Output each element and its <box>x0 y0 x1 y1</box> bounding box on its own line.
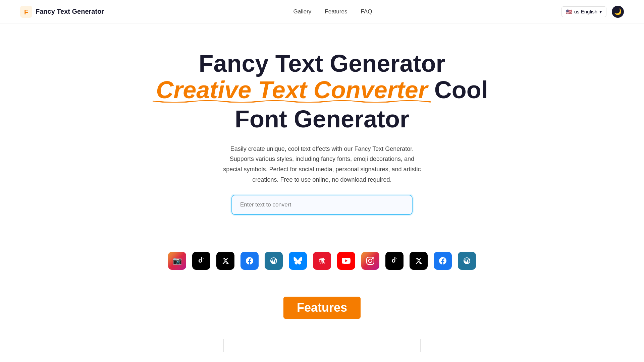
weibo-text-icon: 微 <box>319 257 325 265</box>
social-icon-twitter-1[interactable] <box>216 252 234 270</box>
tiktok-logo-icon <box>197 256 206 265</box>
svg-text:F: F <box>24 8 28 16</box>
main-nav: Gallery Features FAQ <box>293 8 372 15</box>
social-icon-facebook-2[interactable] <box>434 252 452 270</box>
features-grid <box>0 329 644 352</box>
social-icon-instagram-partial[interactable]: 📷 <box>168 252 186 270</box>
social-icons-strip: 📷 微 <box>0 245 644 277</box>
social-icon-facebook-1[interactable] <box>240 252 259 270</box>
navbar-right: 🇺🇸 us English ▾ 🌙 <box>561 6 624 18</box>
features-badge: Features <box>283 297 361 319</box>
feature-col-1 <box>27 339 224 352</box>
bluesky-logo-icon <box>293 256 302 265</box>
hero-section: Fancy Text Generator Creative Text Conve… <box>121 23 523 245</box>
brand-link[interactable]: F Fancy Text Generator <box>20 6 104 18</box>
x-logo-icon <box>222 257 229 264</box>
hero-title-cool: Cool <box>434 77 488 103</box>
lang-label: us English <box>574 9 597 14</box>
hero-title-line1: Fancy Text Generator <box>127 50 517 77</box>
nav-link-features[interactable]: Features <box>325 8 347 15</box>
social-icon-twitter-2[interactable] <box>410 252 428 270</box>
facebook-logo-icon-2 <box>439 257 446 264</box>
social-icon-weibo[interactable]: 微 <box>313 252 331 270</box>
social-icon-youtube[interactable] <box>337 252 355 270</box>
social-icon-wordpress-2[interactable] <box>458 252 476 270</box>
nav-item-features[interactable]: Features <box>325 8 347 15</box>
moon-icon: 🌙 <box>614 8 622 15</box>
social-icon-instagram-2[interactable] <box>361 252 379 270</box>
feature-col-3 <box>421 339 617 352</box>
text-input-wrapper <box>231 195 413 215</box>
social-icon-tiktok-1[interactable] <box>192 252 210 270</box>
dark-mode-toggle[interactable]: 🌙 <box>612 6 624 18</box>
wordpress-logo-icon-2 <box>463 257 471 265</box>
text-convert-input[interactable] <box>231 195 413 215</box>
tiktok-logo-icon-2 <box>390 256 399 265</box>
x-logo-icon-2 <box>415 257 422 264</box>
chevron-down-icon: ▾ <box>599 9 602 15</box>
brand-name-text: Fancy Text Generator <box>36 8 104 15</box>
nav-item-gallery[interactable]: Gallery <box>293 8 311 15</box>
facebook-logo-icon <box>246 257 253 264</box>
feature-col-2 <box>224 339 421 352</box>
hero-description: Easily create unique, cool text effects … <box>221 144 423 185</box>
navbar: F Fancy Text Generator Gallery Features … <box>0 0 644 23</box>
hero-title-line3: Font Generator <box>127 105 517 133</box>
social-icon-tiktok-2[interactable] <box>385 252 404 270</box>
nav-link-gallery[interactable]: Gallery <box>293 8 311 15</box>
hero-title-line2: Creative Text Converter Cool <box>127 77 517 103</box>
flag-icon: 🇺🇸 <box>566 9 572 15</box>
nav-item-faq[interactable]: FAQ <box>361 8 372 15</box>
instagram-logo-icon <box>366 257 374 265</box>
wordpress-logo-icon <box>270 257 278 265</box>
youtube-logo-icon <box>342 256 351 265</box>
language-selector[interactable]: 🇺🇸 us English ▾ <box>561 6 606 17</box>
features-section: Features <box>0 277 644 329</box>
social-icon-wordpress-1[interactable] <box>265 252 283 270</box>
brand-logo-icon: F <box>20 6 32 18</box>
social-icon-bluesky[interactable] <box>289 252 307 270</box>
nav-link-faq[interactable]: FAQ <box>361 8 372 15</box>
hero-title-orange: Creative Text Converter <box>156 77 428 103</box>
